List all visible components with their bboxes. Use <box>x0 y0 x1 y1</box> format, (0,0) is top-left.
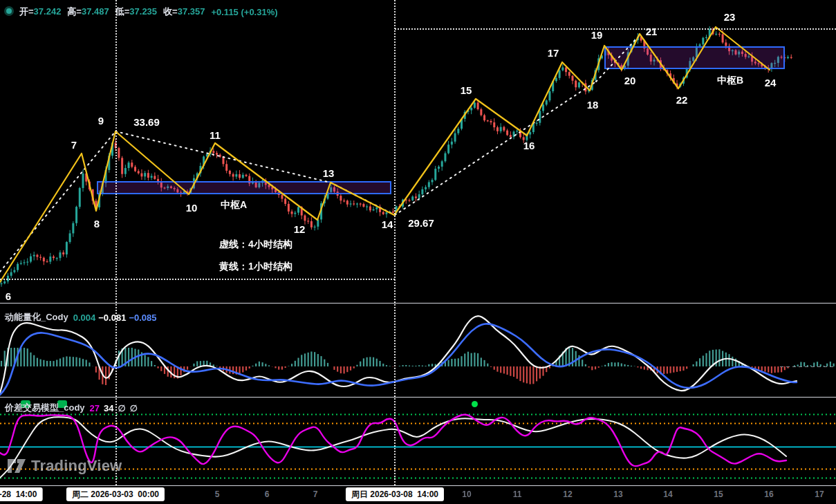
buy-signal-dot <box>472 401 478 407</box>
structure-legend-2: 黄线：1小时结构 <box>219 261 292 273</box>
time-marker-label: -28 14:00 <box>0 487 42 501</box>
pivot-label-29.67: 29.67 <box>408 217 434 229</box>
pivot-label-6: 6 <box>6 290 11 302</box>
tradingview-watermark-text: TradingView <box>31 457 122 475</box>
time-tick-15[interactable]: 15 <box>714 489 723 499</box>
time-marker-label: 周日 2026-03-08 14:00 <box>346 487 444 501</box>
momentum-value: 0.004 <box>73 312 96 323</box>
time-tick-10[interactable]: 10 <box>462 489 471 499</box>
pivot-label-7: 7 <box>71 139 77 151</box>
time-tick-7[interactable]: 7 <box>313 489 318 499</box>
pivot-label-13: 13 <box>323 167 335 179</box>
pivot-label-33.69: 33.69 <box>133 116 160 128</box>
pivot-label-16: 16 <box>523 140 535 151</box>
price-level-dotted-line <box>395 28 836 30</box>
model-value: ∅ <box>130 403 138 413</box>
ohlc-value: 37.235 <box>129 6 157 17</box>
time-tick-6[interactable]: 6 <box>265 489 270 499</box>
momentum-value: −0.081 <box>98 312 126 323</box>
panel-separator <box>0 397 836 398</box>
ohlc-value: 37.357 <box>178 6 205 17</box>
ohlc-value: 37.242 <box>34 6 62 17</box>
model-value: ∅ <box>118 403 126 413</box>
model-indicator-title[interactable]: 价差交易模型_cody <box>5 402 85 414</box>
ohlc-label: 开= <box>19 6 34 17</box>
pivot-label-24: 24 <box>765 77 777 88</box>
tradingview-logo-icon <box>7 457 26 475</box>
pivot-label-11: 11 <box>210 129 221 141</box>
ohlc-label: 低= <box>115 6 130 17</box>
time-tick-12[interactable]: 12 <box>563 489 572 499</box>
zhongshu-label: 中枢B <box>717 75 743 87</box>
pivot-label-12: 12 <box>294 223 306 235</box>
zhongshu-label: 中枢A <box>221 199 247 212</box>
pivot-label-10: 10 <box>186 202 198 214</box>
pivot-label-17: 17 <box>548 47 559 59</box>
pivot-label-9: 9 <box>98 115 104 127</box>
pivot-label-20: 20 <box>624 75 636 86</box>
pivot-label-23: 23 <box>724 11 736 23</box>
structure-legend-1: 虚线：4小时结构 <box>219 239 292 251</box>
time-tick-13[interactable]: 13 <box>613 489 622 499</box>
price-change: +0.115 (+0.31%) <box>211 7 277 17</box>
momentum-indicator-title[interactable]: 动能量化_Cody <box>5 311 68 324</box>
ohlc-value: 37.487 <box>82 6 109 17</box>
pivot-label-8: 8 <box>94 218 100 230</box>
model-value: 34 <box>104 403 113 413</box>
time-tick-14[interactable]: 14 <box>663 489 672 499</box>
pivot-label-22: 22 <box>676 94 688 106</box>
time-marker-dotted-line <box>394 0 396 485</box>
panel-separator <box>0 303 836 304</box>
ohlc-legend[interactable]: 开=37.242高=37.487低=37.235收=37.357 +0.115 … <box>19 6 278 18</box>
pivot-label-19: 19 <box>591 29 603 41</box>
main-chart-canvas[interactable] <box>0 0 836 504</box>
price-level-dotted-line <box>0 279 395 280</box>
pivot-label-21: 21 <box>646 26 658 37</box>
series-marker-icon <box>4 6 14 16</box>
model-indicator-header[interactable]: 价差交易模型_cody 2734∅∅ <box>5 402 142 414</box>
model-value: 27 <box>90 403 100 413</box>
tradingview-watermark: TradingView <box>7 457 122 475</box>
time-tick-16[interactable]: 16 <box>764 489 773 499</box>
momentum-indicator-header[interactable]: 动能量化_Cody 0.004−0.081−0.085 <box>5 311 160 324</box>
model-indicator-values: 2734∅∅ <box>90 403 142 413</box>
tradingview-chart-window: 开=37.242高=37.487低=37.235收=37.357 +0.115 … <box>0 0 836 504</box>
momentum-indicator-values: 0.004−0.081−0.085 <box>73 312 160 323</box>
ohlc-label: 收= <box>163 6 178 17</box>
momentum-value: −0.085 <box>129 312 156 323</box>
ohlc-label: 高= <box>67 6 82 17</box>
ohlc-values: 开=37.242高=37.487低=37.235收=37.357 <box>19 6 211 18</box>
time-tick-17[interactable]: 17 <box>815 489 824 499</box>
time-tick-5[interactable]: 5 <box>215 489 220 499</box>
pivot-label-14: 14 <box>382 218 393 230</box>
time-tick-11[interactable]: 11 <box>513 489 522 499</box>
pivot-label-15: 15 <box>461 84 472 96</box>
zhongshu-box-a[interactable] <box>97 181 391 194</box>
zhongshu-box-b[interactable] <box>604 46 785 69</box>
time-marker-label: 周二 2026-03-03 00:00 <box>66 487 165 501</box>
pivot-label-18: 18 <box>587 99 599 111</box>
